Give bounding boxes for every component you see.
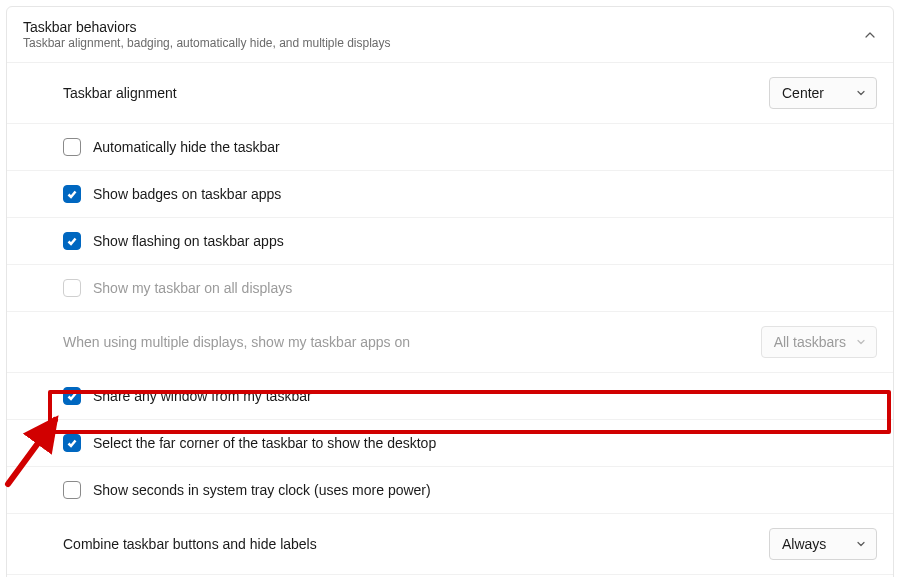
autohide-checkbox[interactable] <box>63 138 81 156</box>
shareany-checkbox[interactable] <box>63 387 81 405</box>
shareany-row: Share any window from my taskbar <box>7 372 893 419</box>
autohide-label: Automatically hide the taskbar <box>93 139 877 155</box>
chevron-down-icon <box>856 539 866 549</box>
chevron-down-icon <box>856 337 866 347</box>
badges-checkbox[interactable] <box>63 185 81 203</box>
multidisplaywhere-label: When using multiple displays, show my ta… <box>63 334 761 350</box>
taskbar-alignment-label: Taskbar alignment <box>63 85 769 101</box>
flashing-checkbox[interactable] <box>63 232 81 250</box>
combine-select[interactable]: Always <box>769 528 877 560</box>
taskbar-alignment-value: Center <box>782 85 824 101</box>
farcorner-row: Select the far corner of the taskbar to … <box>7 419 893 466</box>
multidisplaywhere-row: When using multiple displays, show my ta… <box>7 311 893 372</box>
panel-title: Taskbar behaviors <box>23 19 391 35</box>
combine-value: Always <box>782 536 826 552</box>
taskbar-alignment-row: Taskbar alignment Center <box>7 63 893 123</box>
showseconds-label: Show seconds in system tray clock (uses … <box>93 482 877 498</box>
taskbar-behaviors-panel: Taskbar behaviors Taskbar alignment, bad… <box>6 6 894 577</box>
panel-header[interactable]: Taskbar behaviors Taskbar alignment, bad… <box>7 7 893 63</box>
badges-label: Show badges on taskbar apps <box>93 186 877 202</box>
combine-row: Combine taskbar buttons and hide labels … <box>7 513 893 574</box>
chevron-up-icon[interactable] <box>863 28 877 42</box>
panel-subtitle: Taskbar alignment, badging, automaticall… <box>23 36 391 50</box>
taskbar-alignment-select[interactable]: Center <box>769 77 877 109</box>
farcorner-label: Select the far corner of the taskbar to … <box>93 435 877 451</box>
autohide-row: Automatically hide the taskbar <box>7 123 893 170</box>
farcorner-checkbox[interactable] <box>63 434 81 452</box>
showseconds-checkbox[interactable] <box>63 481 81 499</box>
showseconds-row: Show seconds in system tray clock (uses … <box>7 466 893 513</box>
chevron-down-icon <box>856 88 866 98</box>
badges-row: Show badges on taskbar apps <box>7 170 893 217</box>
shareany-label: Share any window from my taskbar <box>93 388 877 404</box>
multidisplaywhere-select: All taskbars <box>761 326 877 358</box>
flashing-label: Show flashing on taskbar apps <box>93 233 877 249</box>
flashing-row: Show flashing on taskbar apps <box>7 217 893 264</box>
combine-label: Combine taskbar buttons and hide labels <box>63 536 769 552</box>
alldisplays-label: Show my taskbar on all displays <box>93 280 877 296</box>
multidisplaywhere-value: All taskbars <box>774 334 846 350</box>
alldisplays-row: Show my taskbar on all displays <box>7 264 893 311</box>
alldisplays-checkbox <box>63 279 81 297</box>
